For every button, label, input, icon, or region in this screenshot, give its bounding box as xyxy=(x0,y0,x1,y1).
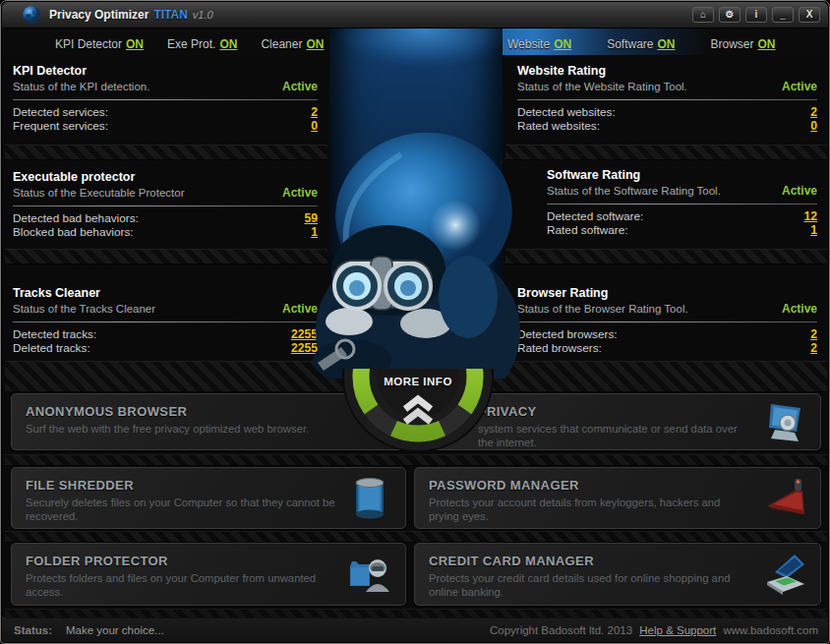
tab-state-toggle[interactable]: ON xyxy=(219,37,237,51)
panel-title: Website Rating xyxy=(517,64,817,79)
feature-description: Protects your credit card details used f… xyxy=(429,571,751,599)
home-button[interactable]: ⌂ xyxy=(692,7,714,23)
tab-browser[interactable]: BrowserON xyxy=(711,34,776,52)
divider xyxy=(517,322,817,322)
stat-label: Detected services: xyxy=(13,106,108,120)
panel-kpi-detector: KPI Detector Status of the KPI detection… xyxy=(13,64,318,133)
stat-value-link[interactable]: 12 xyxy=(803,210,817,224)
binoculars-mascot-icon xyxy=(308,115,524,379)
panel-title: Executable protector xyxy=(13,170,318,185)
tab-website[interactable]: WebsiteON xyxy=(507,34,571,52)
feature-title: CREDIT CARD MANAGER xyxy=(429,553,751,569)
divider xyxy=(13,99,318,100)
window-controls: ⌂ ⚙ i _ X xyxy=(692,7,820,23)
status-message: Make your choice... xyxy=(66,624,164,636)
stripe-separator xyxy=(5,531,827,543)
panel-title: Software Rating xyxy=(547,168,817,183)
titlebar: Privacy Optimizer TITAN v1.0 ⌂ ⚙ i _ X xyxy=(2,2,828,29)
help-support-link[interactable]: Help & Support xyxy=(639,624,716,636)
stat-label: Detected software: xyxy=(547,210,643,224)
stripe-separator xyxy=(505,249,827,264)
minimize-button[interactable]: _ xyxy=(772,7,794,23)
stat-value-link[interactable]: 2 xyxy=(810,342,817,356)
feature-title: FOLDER PROTECTOR xyxy=(26,553,336,569)
stripe-separator xyxy=(5,249,327,264)
right-tab-group: WebsiteON SoftwareON BrowserON xyxy=(507,34,776,52)
mascot-artwork xyxy=(329,29,503,373)
app-window: Privacy Optimizer TITAN v1.0 ⌂ ⚙ i _ X K… xyxy=(0,0,830,644)
panel-status-label: Status of the Tracks Cleaner xyxy=(13,301,155,317)
stat-value-link[interactable]: 1 xyxy=(810,224,817,238)
info-button[interactable]: i xyxy=(745,7,767,23)
folder-guard-icon xyxy=(346,551,393,598)
app-edition: TITAN xyxy=(153,8,187,22)
panel-software-rating: Software Rating Status of the Software R… xyxy=(547,168,817,237)
stripe-separator xyxy=(5,609,827,618)
feature-description: Securely deletes files on your Computer … xyxy=(26,496,336,523)
divider xyxy=(547,204,817,205)
stat-label: Detected bad behaviors: xyxy=(13,212,139,226)
feature-description: system services that communicate or send… xyxy=(478,422,751,449)
feature-card-file-shredder[interactable]: FILE SHREDDER Securely deletes files on … xyxy=(11,467,406,529)
stat-label: Frequent services: xyxy=(13,120,108,134)
feature-card-credit-card-manager[interactable]: CREDIT CARD MANAGER Protects your credit… xyxy=(414,543,821,606)
stripe-separator xyxy=(5,145,327,160)
shredder-barrel-icon xyxy=(346,475,393,522)
panel-tracks-cleaner: Tracks Cleaner Status of the Tracks Clea… xyxy=(13,286,318,355)
more-info-button[interactable]: MORE INFO xyxy=(333,369,503,459)
tab-state-toggle[interactable]: ON xyxy=(758,37,776,51)
stat-label: Rated browsers: xyxy=(517,342,602,356)
privacy-monitor-icon xyxy=(761,398,808,445)
status-label: Status: xyxy=(14,624,52,636)
panel-title: KPI Detector xyxy=(13,64,318,79)
stat-label: Rated software: xyxy=(547,224,628,238)
footer-text: Copyright Badosoft ltd. 2013 Help & Supp… xyxy=(490,624,818,636)
feature-card-password-manager[interactable]: PASSWORD MANAGER Protects your account d… xyxy=(414,467,821,529)
status-badge: Active xyxy=(782,79,817,94)
settings-button[interactable]: ⚙ xyxy=(719,7,741,23)
tab-exe-prot[interactable]: Exe Prot.ON xyxy=(167,34,237,52)
stat-label: Detected websites: xyxy=(517,106,616,120)
stat-label: Deleted tracks: xyxy=(13,342,90,356)
tab-state-toggle[interactable]: ON xyxy=(306,37,324,51)
feature-title: PRIVACY xyxy=(478,403,751,420)
tab-kpi-detector[interactable]: KPI DetectorON xyxy=(55,34,144,52)
panel-status-label: Status of the Software Rating Tool. xyxy=(547,183,721,199)
status-badge: Active xyxy=(782,183,817,199)
feature-description: Protects folders and files on your Compu… xyxy=(26,571,336,599)
feature-description: Surf the web with the free privacy optim… xyxy=(26,422,336,436)
tab-label: Exe Prot. xyxy=(167,37,215,51)
app-title: Privacy Optimizer xyxy=(49,8,148,22)
status-badge: Active xyxy=(282,79,318,94)
stat-label: Blocked bad behaviors: xyxy=(13,226,134,240)
tab-cleaner[interactable]: CleanerON xyxy=(261,34,324,52)
feature-title: FILE SHREDDER xyxy=(26,477,336,494)
statusbar: Status: Make your choice... Copyright Ba… xyxy=(2,617,828,642)
stat-value-link[interactable]: 2 xyxy=(810,106,817,120)
close-button[interactable]: X xyxy=(799,7,820,23)
more-info-label: MORE INFO xyxy=(333,376,503,387)
feature-card-folder-protector[interactable]: FOLDER PROTECTOR Protects folders and fi… xyxy=(11,543,406,606)
panel-title: Browser Rating xyxy=(517,286,817,301)
tab-label: Browser xyxy=(711,37,754,51)
tab-label: Cleaner xyxy=(261,37,302,51)
copyright-text: Copyright Badosoft ltd. 2013 xyxy=(490,624,632,636)
stat-value-link[interactable]: 0 xyxy=(810,120,817,134)
status-badge: Active xyxy=(782,301,817,317)
panel-status-label: Status of the Browser Rating Tool. xyxy=(517,301,688,317)
tab-label: Website xyxy=(507,37,550,51)
panel-status-label: Status of the Website Rating Tool. xyxy=(517,79,687,94)
stat-label: Rated websites: xyxy=(517,120,600,134)
card-scanner-icon xyxy=(761,551,808,598)
stat-label: Detected tracks: xyxy=(13,328,96,342)
panel-browser-rating: Browser Rating Status of the Browser Rat… xyxy=(517,286,817,355)
tab-state-toggle[interactable]: ON xyxy=(658,37,676,51)
tab-state-toggle[interactable]: ON xyxy=(554,37,571,51)
panel-executable-protector: Executable protector Status of the Execu… xyxy=(13,170,318,239)
stat-value-link[interactable]: 2 xyxy=(810,328,817,342)
tab-software[interactable]: SoftwareON xyxy=(607,34,675,52)
app-version: v1.0 xyxy=(193,9,213,21)
panel-status-label: Status of the Executable Protector xyxy=(13,185,185,201)
panel-website-rating: Website Rating Status of the Website Rat… xyxy=(517,64,817,133)
tab-state-toggle[interactable]: ON xyxy=(126,37,144,51)
